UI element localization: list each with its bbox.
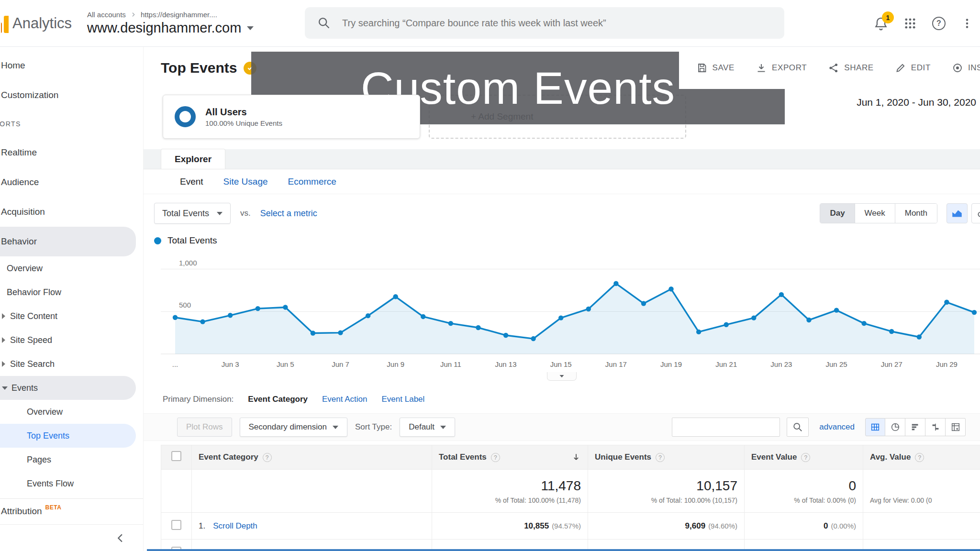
metric-dropdown-value: Total Events	[162, 209, 209, 219]
property-selector[interactable]: www.designhammer.com	[87, 20, 254, 36]
edit-button[interactable]: EDIT	[895, 62, 931, 74]
sidebar-item-top-events[interactable]: Top Events	[0, 424, 136, 448]
comparison-view-button[interactable]	[925, 418, 946, 436]
caret-down-icon	[217, 212, 223, 215]
motion-chart-type-button[interactable]	[971, 203, 980, 223]
column-header-event-category[interactable]: Event Category?	[192, 445, 432, 470]
help-icon[interactable]: ?	[263, 453, 272, 462]
chart-expand-button[interactable]	[547, 372, 577, 381]
date-range-selector[interactable]: Jun 1, 2020 - Jun 30, 2020	[857, 97, 976, 108]
sidebar-item-attribution[interactable]: Attribution BETA	[0, 500, 143, 523]
search-input[interactable]	[342, 18, 772, 29]
more-options-button[interactable]	[961, 17, 973, 30]
select-all-checkbox[interactable]	[171, 451, 181, 461]
percentage-view-button[interactable]	[885, 418, 905, 436]
sidebar-item-realtime[interactable]: Realtime	[0, 138, 143, 167]
sidebar-item-home[interactable]: Home	[0, 51, 143, 80]
table-search-button[interactable]	[787, 418, 809, 437]
help-icon[interactable]: ?	[801, 453, 810, 462]
caret-down-icon	[560, 375, 564, 377]
summary-avg-value-cell: 0. Avg for View: 0.00 (0	[863, 470, 980, 513]
subtab-event[interactable]: Event	[180, 176, 203, 187]
tab-explorer[interactable]: Explorer	[161, 149, 225, 169]
help-icon[interactable]: ?	[491, 453, 500, 462]
sidebar-item-pages[interactable]: Pages	[0, 448, 143, 472]
sidebar-collapse-button[interactable]	[0, 524, 144, 551]
sidebar-item-events[interactable]: Events	[0, 376, 136, 400]
data-table-view-button[interactable]	[865, 418, 885, 436]
property-name: www.designhammer.com	[87, 20, 241, 36]
line-chart-type-button[interactable]	[947, 203, 968, 223]
granularity-month[interactable]: Month	[895, 204, 937, 223]
apps-button[interactable]	[903, 17, 917, 30]
subtab-site-usage[interactable]: Site Usage	[223, 176, 268, 187]
notifications-button[interactable]: 1	[874, 16, 888, 31]
chevron-right-icon	[130, 11, 136, 18]
svg-text:500: 500	[179, 301, 191, 309]
row-checkbox[interactable]	[171, 520, 181, 530]
plot-rows-button[interactable]: Plot Rows	[177, 418, 232, 437]
sidebar-item-behavior-flow[interactable]: Behavior Flow	[0, 280, 143, 304]
sort-descending-icon[interactable]	[571, 452, 581, 462]
sort-type-dropdown[interactable]: Default	[400, 418, 455, 437]
top-app-bar: Analytics All accounts https://designham…	[0, 0, 980, 47]
segment-card-all-users[interactable]: All Users 100.00% Unique Events	[163, 95, 420, 139]
unique-events-pct: (94.60%)	[708, 522, 737, 530]
sidebar-item-events-flow[interactable]: Events Flow	[0, 472, 143, 496]
search-bar[interactable]	[305, 7, 784, 39]
dimension-event-action[interactable]: Event Action	[322, 395, 368, 404]
column-header-avg-value[interactable]: Avg. Value?	[863, 445, 980, 470]
product-name: Analytics	[12, 15, 72, 32]
notification-badge: 1	[882, 11, 894, 23]
bar-chart-icon	[910, 422, 921, 432]
sidebar-item-customization[interactable]: Customization	[0, 80, 143, 110]
save-icon	[696, 62, 708, 74]
insights-button[interactable]: INSIGHTS	[952, 62, 980, 74]
performance-view-button[interactable]	[905, 418, 925, 436]
apps-grid-icon	[903, 17, 917, 30]
help-icon[interactable]: ?	[915, 453, 924, 462]
sidebar-item-behavior-overview[interactable]: Overview	[0, 256, 143, 280]
analytics-logo[interactable]: Analytics	[0, 14, 77, 33]
event-category-link[interactable]: Scroll Depth	[213, 521, 257, 531]
subtab-ecommerce[interactable]: Ecommerce	[288, 176, 336, 187]
analytics-logo-icon	[1, 14, 9, 33]
column-header-event-value[interactable]: Event Value?	[745, 445, 863, 470]
sidebar-item-site-speed[interactable]: Site Speed	[0, 328, 143, 352]
help-icon[interactable]: ?	[656, 453, 665, 462]
summary-category-cell	[192, 470, 432, 513]
select-metric-link[interactable]: Select a metric	[260, 209, 317, 219]
dimension-event-label[interactable]: Event Label	[382, 395, 425, 404]
help-button[interactable]: ?	[932, 17, 946, 30]
table-row: 1.Scroll Depth 10,855(94.57%) 9,609(94.6…	[161, 513, 980, 540]
breadcrumb-account[interactable]: All accounts	[87, 11, 126, 19]
sidebar-item-events-overview[interactable]: Overview	[0, 400, 143, 424]
sidebar-item-site-content[interactable]: Site Content	[0, 304, 143, 328]
secondary-dimension-button[interactable]: Secondary dimension	[240, 418, 347, 437]
advanced-link[interactable]: advanced	[819, 422, 855, 432]
sidebar-item-behavior[interactable]: Behavior	[0, 227, 136, 256]
granularity-week[interactable]: Week	[855, 204, 895, 223]
table-view-toggle	[865, 418, 966, 436]
select-all-cell	[161, 445, 192, 470]
row-event-value-cell: 0(0.00%)	[745, 513, 863, 540]
sidebar-item-acquisition[interactable]: Acquisition	[0, 197, 143, 227]
sidebar-item-label: Home	[1, 60, 25, 71]
bottom-scrollbar[interactable]	[147, 549, 980, 551]
dimension-event-category[interactable]: Event Category	[248, 395, 308, 404]
edit-label: EDIT	[911, 63, 931, 73]
sidebar-item-site-search[interactable]: Site Search	[0, 352, 143, 376]
metric-dropdown[interactable]: Total Events	[154, 203, 231, 224]
column-header-unique-events[interactable]: Unique Events?	[588, 445, 745, 470]
column-header-total-events[interactable]: Total Events?	[432, 445, 588, 470]
breadcrumb-path[interactable]: https://designhammer....	[141, 11, 217, 19]
granularity-day[interactable]: Day	[820, 204, 854, 223]
save-button[interactable]: SAVE	[696, 62, 735, 74]
table-search-input[interactable]	[672, 418, 780, 437]
export-button[interactable]: EXPORT	[756, 62, 807, 74]
svg-text:Jun 29: Jun 29	[936, 360, 958, 368]
pivot-view-button[interactable]	[946, 418, 966, 436]
share-button[interactable]: SHARE	[828, 62, 874, 74]
svg-text:Jun 9: Jun 9	[387, 360, 404, 368]
svg-text:1,000: 1,000	[179, 259, 197, 267]
